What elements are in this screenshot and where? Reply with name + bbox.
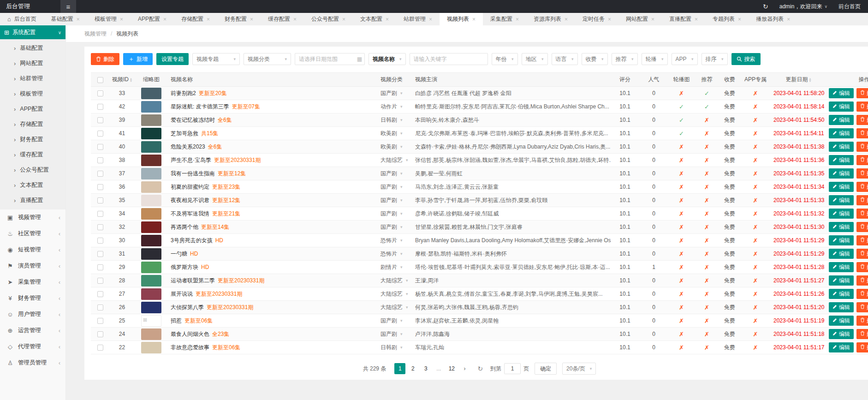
edit-button[interactable]: 编辑 — [829, 289, 854, 299]
delete-button[interactable]: 删除 — [856, 128, 868, 138]
tab[interactable]: ⌂ APP配置 × — [131, 13, 174, 25]
video-name[interactable]: 3号房死去的女孩 — [171, 237, 213, 244]
app-exclusive-toggle[interactable]: ✗ — [753, 210, 758, 217]
delete-button[interactable]: 删除 — [856, 222, 868, 232]
page-button[interactable]: ... — [433, 363, 444, 374]
sidebar-module[interactable]: ♨ 社区管理 ‹ — [0, 226, 65, 242]
app-exclusive-toggle[interactable]: ✗ — [753, 170, 758, 177]
sidebar-subitem[interactable]: › 文本配置 — [0, 178, 65, 193]
carousel-toggle[interactable]: ✗ — [679, 224, 684, 231]
row-category-select[interactable]: 恐怖片 ▾ — [380, 237, 403, 245]
app-select[interactable]: APP▾ — [672, 53, 698, 65]
close-icon[interactable]: × — [565, 16, 568, 23]
sort-icon[interactable]: ▴▾ — [130, 78, 132, 82]
select-all-checkbox[interactable] — [97, 77, 103, 83]
video-name[interactable]: 俄罗斯方块 — [171, 264, 198, 270]
app-exclusive-toggle[interactable]: ✗ — [753, 184, 758, 191]
row-checkbox[interactable] — [97, 90, 103, 96]
page-button[interactable]: 1 — [394, 363, 405, 374]
search-button[interactable]: 搜索 — [731, 53, 761, 65]
close-icon[interactable]: × — [429, 16, 432, 23]
tab[interactable]: ⌂ 定时任务 × — [575, 13, 618, 25]
edit-button[interactable]: 编辑 — [829, 195, 854, 205]
recommend-toggle[interactable]: ✗ — [704, 264, 709, 271]
recommend-select[interactable]: 推荐▾ — [612, 53, 638, 65]
delete-button[interactable]: 删除 — [856, 235, 868, 245]
row-category-select[interactable]: 国产剧 ▾ — [380, 330, 403, 338]
app-exclusive-toggle[interactable]: ✗ — [753, 344, 758, 351]
topic-select[interactable]: 视频专题 ▾ — [192, 53, 240, 65]
recommend-toggle[interactable]: ✗ — [704, 331, 709, 338]
video-name[interactable]: 爱在记忆被冻结时 — [171, 117, 215, 123]
sidebar-module[interactable]: ¥ 财务管理 ‹ — [0, 290, 65, 306]
carousel-toggle[interactable]: ✓ — [679, 103, 684, 110]
close-icon[interactable]: × — [250, 16, 253, 23]
delete-button[interactable]: 删除 — [856, 289, 868, 299]
sidebar-subitem[interactable]: › APP配置 — [0, 101, 65, 117]
carousel-toggle[interactable]: ✗ — [679, 170, 684, 177]
edit-button[interactable]: 编辑 — [829, 222, 854, 232]
app-exclusive-toggle[interactable]: ✗ — [753, 251, 758, 257]
video-name[interactable]: 招惹 — [171, 317, 182, 324]
sidebar-subitem[interactable]: › 缓存配置 — [0, 147, 65, 162]
carousel-toggle[interactable]: ✗ — [679, 157, 684, 164]
recommend-toggle[interactable]: ✗ — [704, 317, 709, 324]
delete-button[interactable]: 删除 — [856, 195, 868, 205]
close-icon[interactable]: × — [207, 16, 210, 23]
delete-button[interactable]: 删除 — [856, 249, 868, 259]
row-checkbox[interactable] — [97, 197, 103, 203]
close-icon[interactable]: × — [120, 16, 123, 23]
edit-button[interactable]: 编辑 — [829, 88, 854, 98]
page-button[interactable]: 2 — [407, 363, 418, 374]
recommend-toggle[interactable]: ✗ — [704, 170, 709, 177]
video-name[interactable]: 星际迷航: 皮卡德第三季 — [171, 103, 229, 110]
carousel-toggle[interactable]: ✗ — [679, 90, 684, 97]
app-exclusive-toggle[interactable]: ✗ — [753, 277, 758, 284]
close-icon[interactable]: × — [293, 16, 297, 23]
app-exclusive-toggle[interactable]: ✗ — [753, 117, 758, 124]
carousel-toggle[interactable]: ✗ — [679, 143, 684, 150]
carousel-toggle[interactable]: ✗ — [679, 317, 684, 324]
sidebar-module[interactable]: ⚑ 演员管理 ‹ — [0, 258, 65, 274]
close-icon[interactable]: × — [787, 16, 790, 23]
sidebar-subitem[interactable]: › 财务配置 — [0, 132, 65, 147]
add-button[interactable]: ＋ 新增 — [123, 53, 153, 65]
app-exclusive-toggle[interactable]: ✗ — [753, 157, 758, 164]
sidebar-subitem[interactable]: › 直播配置 — [0, 193, 65, 208]
row-category-select[interactable]: 国产剧 ▾ — [380, 210, 403, 218]
goto-page-input[interactable] — [504, 363, 521, 374]
row-checkbox[interactable] — [97, 224, 103, 230]
edit-button[interactable]: 编辑 — [829, 209, 854, 219]
delete-button[interactable]: 删除 — [856, 115, 868, 125]
carousel-toggle[interactable]: ✗ — [679, 210, 684, 217]
frontend-home-link[interactable]: 前台首页 — [838, 3, 861, 11]
row-category-select[interactable]: 动作片 ▾ — [380, 103, 403, 111]
video-name[interactable]: 声生不息·宝岛季 — [171, 157, 211, 163]
app-exclusive-toggle[interactable]: ✗ — [753, 103, 758, 110]
video-name[interactable]: 危险关系2023 — [171, 143, 205, 150]
refresh-icon[interactable]: ↻ — [477, 365, 483, 372]
search-field-select[interactable]: 视频名称 ▾ — [369, 53, 406, 65]
page-size-select[interactable]: 20条/页 ▾ — [562, 363, 596, 375]
row-checkbox[interactable] — [97, 318, 103, 324]
row-category-select[interactable]: 大陆综艺 ▾ — [380, 304, 408, 311]
carousel-toggle[interactable]: ✗ — [679, 304, 684, 311]
carousel-toggle[interactable]: ✗ — [679, 197, 684, 204]
row-category-select[interactable]: 欧美剧 ▾ — [380, 143, 403, 151]
sidebar-subitem[interactable]: › 站群管理 — [0, 71, 65, 86]
collapse-sidebar-icon[interactable]: ≡ — [60, 0, 76, 13]
tab[interactable]: ⌂ 缓存配置 × — [261, 13, 304, 25]
recommend-toggle[interactable]: ✗ — [704, 143, 709, 150]
recommend-toggle[interactable]: ✗ — [704, 210, 709, 217]
row-checkbox[interactable] — [97, 104, 103, 110]
sort-icon[interactable]: ▴▾ — [809, 78, 811, 82]
sidebar-module[interactable]: ➤ 采集管理 ‹ — [0, 274, 65, 290]
close-icon[interactable]: × — [342, 16, 345, 23]
tab[interactable]: ⌂ 资源库列表 × — [526, 13, 575, 25]
row-checkbox[interactable] — [97, 251, 103, 257]
set-topic-button[interactable]: 设置专题 — [156, 53, 189, 65]
user-menu[interactable]: admin，欢迎回来 ∨ — [779, 3, 827, 11]
app-exclusive-toggle[interactable]: ✗ — [753, 304, 758, 311]
video-name[interactable]: 夜夜相见不识君 — [171, 197, 209, 203]
sidebar-subitem[interactable]: › 基础配置 — [0, 41, 65, 56]
